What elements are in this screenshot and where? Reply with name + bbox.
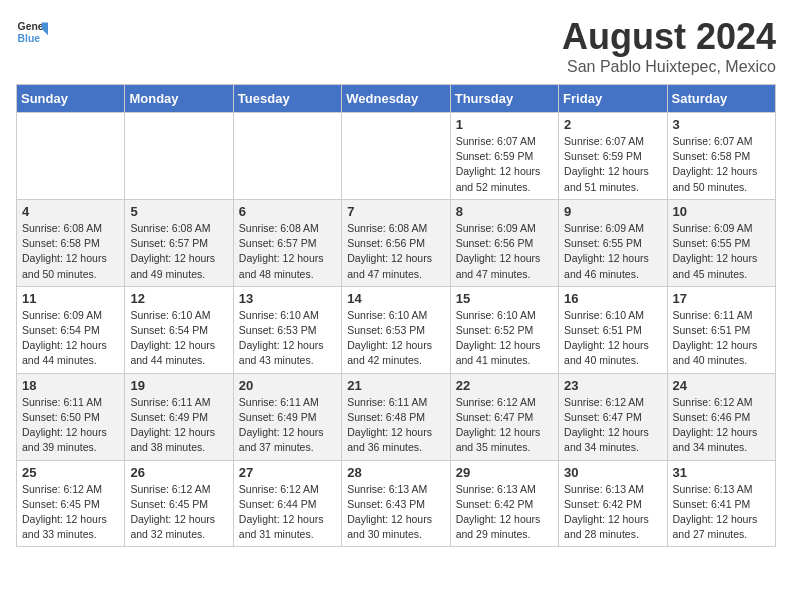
day-number: 12: [130, 291, 227, 306]
calendar-cell: 3Sunrise: 6:07 AM Sunset: 6:58 PM Daylig…: [667, 113, 775, 200]
calendar-cell: 10Sunrise: 6:09 AM Sunset: 6:55 PM Dayli…: [667, 199, 775, 286]
day-number: 28: [347, 465, 444, 480]
calendar-cell: 17Sunrise: 6:11 AM Sunset: 6:51 PM Dayli…: [667, 286, 775, 373]
calendar-cell: 4Sunrise: 6:08 AM Sunset: 6:58 PM Daylig…: [17, 199, 125, 286]
day-number: 7: [347, 204, 444, 219]
day-info: Sunrise: 6:09 AM Sunset: 6:55 PM Dayligh…: [673, 221, 770, 282]
calendar-cell: [17, 113, 125, 200]
calendar-cell: [342, 113, 450, 200]
day-number: 6: [239, 204, 336, 219]
day-info: Sunrise: 6:12 AM Sunset: 6:45 PM Dayligh…: [22, 482, 119, 543]
day-info: Sunrise: 6:08 AM Sunset: 6:58 PM Dayligh…: [22, 221, 119, 282]
calendar-cell: 7Sunrise: 6:08 AM Sunset: 6:56 PM Daylig…: [342, 199, 450, 286]
day-info: Sunrise: 6:12 AM Sunset: 6:47 PM Dayligh…: [456, 395, 553, 456]
day-number: 30: [564, 465, 661, 480]
day-number: 25: [22, 465, 119, 480]
calendar-week-row: 4Sunrise: 6:08 AM Sunset: 6:58 PM Daylig…: [17, 199, 776, 286]
day-number: 17: [673, 291, 770, 306]
day-number: 22: [456, 378, 553, 393]
calendar-cell: 31Sunrise: 6:13 AM Sunset: 6:41 PM Dayli…: [667, 460, 775, 547]
calendar-cell: 6Sunrise: 6:08 AM Sunset: 6:57 PM Daylig…: [233, 199, 341, 286]
calendar-cell: 27Sunrise: 6:12 AM Sunset: 6:44 PM Dayli…: [233, 460, 341, 547]
calendar-cell: 1Sunrise: 6:07 AM Sunset: 6:59 PM Daylig…: [450, 113, 558, 200]
day-info: Sunrise: 6:10 AM Sunset: 6:53 PM Dayligh…: [347, 308, 444, 369]
calendar-table: SundayMondayTuesdayWednesdayThursdayFrid…: [16, 84, 776, 547]
calendar-cell: 20Sunrise: 6:11 AM Sunset: 6:49 PM Dayli…: [233, 373, 341, 460]
calendar-cell: 12Sunrise: 6:10 AM Sunset: 6:54 PM Dayli…: [125, 286, 233, 373]
day-info: Sunrise: 6:10 AM Sunset: 6:51 PM Dayligh…: [564, 308, 661, 369]
day-number: 15: [456, 291, 553, 306]
calendar-week-row: 25Sunrise: 6:12 AM Sunset: 6:45 PM Dayli…: [17, 460, 776, 547]
calendar-cell: 14Sunrise: 6:10 AM Sunset: 6:53 PM Dayli…: [342, 286, 450, 373]
day-number: 5: [130, 204, 227, 219]
day-number: 11: [22, 291, 119, 306]
calendar-cell: 16Sunrise: 6:10 AM Sunset: 6:51 PM Dayli…: [559, 286, 667, 373]
day-info: Sunrise: 6:13 AM Sunset: 6:43 PM Dayligh…: [347, 482, 444, 543]
calendar-cell: 23Sunrise: 6:12 AM Sunset: 6:47 PM Dayli…: [559, 373, 667, 460]
day-number: 14: [347, 291, 444, 306]
day-info: Sunrise: 6:11 AM Sunset: 6:50 PM Dayligh…: [22, 395, 119, 456]
calendar-cell: 2Sunrise: 6:07 AM Sunset: 6:59 PM Daylig…: [559, 113, 667, 200]
day-number: 4: [22, 204, 119, 219]
calendar-cell: 29Sunrise: 6:13 AM Sunset: 6:42 PM Dayli…: [450, 460, 558, 547]
calendar-cell: 8Sunrise: 6:09 AM Sunset: 6:56 PM Daylig…: [450, 199, 558, 286]
calendar-cell: 24Sunrise: 6:12 AM Sunset: 6:46 PM Dayli…: [667, 373, 775, 460]
day-number: 16: [564, 291, 661, 306]
header: General Blue August 2024 San Pablo Huixt…: [16, 16, 776, 76]
weekday-header-monday: Monday: [125, 85, 233, 113]
calendar-cell: 25Sunrise: 6:12 AM Sunset: 6:45 PM Dayli…: [17, 460, 125, 547]
day-number: 3: [673, 117, 770, 132]
day-info: Sunrise: 6:11 AM Sunset: 6:49 PM Dayligh…: [239, 395, 336, 456]
weekday-header-tuesday: Tuesday: [233, 85, 341, 113]
day-info: Sunrise: 6:07 AM Sunset: 6:59 PM Dayligh…: [456, 134, 553, 195]
day-info: Sunrise: 6:12 AM Sunset: 6:44 PM Dayligh…: [239, 482, 336, 543]
day-info: Sunrise: 6:08 AM Sunset: 6:57 PM Dayligh…: [130, 221, 227, 282]
day-number: 1: [456, 117, 553, 132]
weekday-header-friday: Friday: [559, 85, 667, 113]
calendar-cell: [125, 113, 233, 200]
weekday-header-sunday: Sunday: [17, 85, 125, 113]
calendar-week-row: 1Sunrise: 6:07 AM Sunset: 6:59 PM Daylig…: [17, 113, 776, 200]
day-info: Sunrise: 6:09 AM Sunset: 6:54 PM Dayligh…: [22, 308, 119, 369]
svg-marker-2: [42, 22, 48, 35]
day-number: 13: [239, 291, 336, 306]
weekday-header-saturday: Saturday: [667, 85, 775, 113]
weekday-header-wednesday: Wednesday: [342, 85, 450, 113]
weekday-header-row: SundayMondayTuesdayWednesdayThursdayFrid…: [17, 85, 776, 113]
day-number: 18: [22, 378, 119, 393]
day-number: 24: [673, 378, 770, 393]
day-info: Sunrise: 6:09 AM Sunset: 6:56 PM Dayligh…: [456, 221, 553, 282]
title-area: August 2024 San Pablo Huixtepec, Mexico: [562, 16, 776, 76]
day-number: 26: [130, 465, 227, 480]
calendar-week-row: 18Sunrise: 6:11 AM Sunset: 6:50 PM Dayli…: [17, 373, 776, 460]
day-info: Sunrise: 6:07 AM Sunset: 6:58 PM Dayligh…: [673, 134, 770, 195]
calendar-cell: 11Sunrise: 6:09 AM Sunset: 6:54 PM Dayli…: [17, 286, 125, 373]
day-number: 27: [239, 465, 336, 480]
calendar-cell: 15Sunrise: 6:10 AM Sunset: 6:52 PM Dayli…: [450, 286, 558, 373]
calendar-cell: 30Sunrise: 6:13 AM Sunset: 6:42 PM Dayli…: [559, 460, 667, 547]
day-number: 20: [239, 378, 336, 393]
calendar-cell: 9Sunrise: 6:09 AM Sunset: 6:55 PM Daylig…: [559, 199, 667, 286]
day-info: Sunrise: 6:09 AM Sunset: 6:55 PM Dayligh…: [564, 221, 661, 282]
day-number: 31: [673, 465, 770, 480]
day-info: Sunrise: 6:12 AM Sunset: 6:46 PM Dayligh…: [673, 395, 770, 456]
day-info: Sunrise: 6:12 AM Sunset: 6:47 PM Dayligh…: [564, 395, 661, 456]
day-number: 29: [456, 465, 553, 480]
location-title: San Pablo Huixtepec, Mexico: [562, 58, 776, 76]
calendar-cell: 26Sunrise: 6:12 AM Sunset: 6:45 PM Dayli…: [125, 460, 233, 547]
calendar-cell: 13Sunrise: 6:10 AM Sunset: 6:53 PM Dayli…: [233, 286, 341, 373]
calendar-cell: 28Sunrise: 6:13 AM Sunset: 6:43 PM Dayli…: [342, 460, 450, 547]
calendar-cell: 21Sunrise: 6:11 AM Sunset: 6:48 PM Dayli…: [342, 373, 450, 460]
day-number: 2: [564, 117, 661, 132]
month-title: August 2024: [562, 16, 776, 58]
calendar-week-row: 11Sunrise: 6:09 AM Sunset: 6:54 PM Dayli…: [17, 286, 776, 373]
calendar-cell: 5Sunrise: 6:08 AM Sunset: 6:57 PM Daylig…: [125, 199, 233, 286]
calendar-cell: 19Sunrise: 6:11 AM Sunset: 6:49 PM Dayli…: [125, 373, 233, 460]
day-info: Sunrise: 6:11 AM Sunset: 6:49 PM Dayligh…: [130, 395, 227, 456]
calendar-cell: 22Sunrise: 6:12 AM Sunset: 6:47 PM Dayli…: [450, 373, 558, 460]
day-number: 10: [673, 204, 770, 219]
day-number: 21: [347, 378, 444, 393]
day-info: Sunrise: 6:07 AM Sunset: 6:59 PM Dayligh…: [564, 134, 661, 195]
day-number: 23: [564, 378, 661, 393]
calendar-cell: [233, 113, 341, 200]
